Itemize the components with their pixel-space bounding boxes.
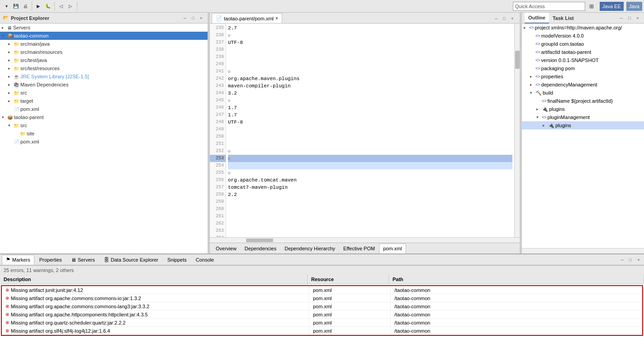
tree-item[interactable]: ▾ 📁 src xyxy=(0,121,208,129)
code-line[interactable]: UTF-8 xyxy=(228,39,512,46)
code-line[interactable] xyxy=(228,133,512,140)
tree-item[interactable]: ▸ 📁 src/test/resources xyxy=(0,64,208,72)
tree-item[interactable]: ▸ 📚 Maven Dependencies xyxy=(0,81,208,89)
code-line[interactable]: 2.2 xyxy=(228,191,512,198)
outline-item[interactable]: <> artifactId taotao-parent xyxy=(522,48,644,56)
bottom-panel-tab-console[interactable]: Console xyxy=(192,255,218,265)
toolbar-btn-run[interactable]: ▶ xyxy=(34,2,43,11)
outline-item[interactable]: <> groupId com.taotao xyxy=(522,40,644,48)
toolbar-btn-nav1[interactable]: ◁ xyxy=(57,2,66,11)
code-line[interactable]: maven-compiler-plugin xyxy=(228,82,512,90)
markers-row[interactable]: ⊗ Missing artifact org.quartz-scheduler:… xyxy=(2,319,642,327)
collapse-btn[interactable]: ⊟ xyxy=(228,70,230,74)
scrollbar-v[interactable] xyxy=(514,24,520,237)
outline-item[interactable]: <> version 0.0.1-SNAPSHOT xyxy=(522,56,644,64)
collapse-btn[interactable]: ⊟ xyxy=(228,33,230,38)
bottom-panel-maximize[interactable]: □ xyxy=(627,256,634,263)
markers-row[interactable]: ⊗ Missing artifact org.apache.commons:co… xyxy=(2,294,642,302)
code-line[interactable] xyxy=(228,46,512,53)
outline-item[interactable]: ▾ <> pluginManagement xyxy=(522,113,644,121)
code-area[interactable]: 2.7⊟ UTF-8 ⊟ org.apache.maven.plugins ma… xyxy=(226,24,514,237)
bottom-panel-tab-properties[interactable]: Properties xyxy=(35,255,66,265)
code-line[interactable] xyxy=(228,53,512,61)
code-line[interactable]: 3.2 xyxy=(228,90,512,97)
code-line[interactable]: ⊟ xyxy=(228,169,512,177)
code-line[interactable] xyxy=(228,220,512,227)
code-line[interactable] xyxy=(228,126,512,133)
outline-item[interactable]: <> modelVersion 4.0.0 xyxy=(522,32,644,40)
toolbar-btn-2[interactable]: 💾 xyxy=(11,2,20,11)
code-line[interactable]: ⊟ xyxy=(228,97,512,104)
code-line[interactable] xyxy=(228,227,512,234)
code-line[interactable]: 1.7 xyxy=(228,104,512,111)
project-explorer-minimize[interactable]: ─ xyxy=(181,14,189,22)
collapse-btn[interactable]: ⊟ xyxy=(228,157,230,161)
code-line[interactable] xyxy=(228,198,512,205)
scrollbar-h-thumb[interactable] xyxy=(246,239,273,242)
tree-item[interactable]: ▸ 📁 src/main/resources xyxy=(0,48,208,56)
code-line[interactable]: org.apache.maven.plugins xyxy=(228,75,512,82)
tree-item[interactable]: ▸ 📁 src/test/java xyxy=(0,56,208,64)
code-line[interactable]: ⊟ xyxy=(228,32,512,39)
perspective-java[interactable]: Java xyxy=(626,2,642,11)
code-line[interactable]: 2.7 xyxy=(228,24,512,32)
editor-close[interactable]: × xyxy=(509,15,516,22)
task-list-tab[interactable]: Task List xyxy=(549,13,578,24)
outline-item[interactable]: ▸ <> properties xyxy=(522,72,644,81)
project-explorer-close[interactable]: × xyxy=(198,14,205,22)
outline-item[interactable]: ▸ 🔌 plugins xyxy=(522,121,644,129)
editor-content[interactable]: 2352362372382392402412422432442452462472… xyxy=(210,24,520,237)
editor-minimize[interactable]: ─ xyxy=(492,15,500,22)
editor-bottom-tab[interactable]: Overview xyxy=(212,244,241,253)
code-line[interactable]: 1.7 xyxy=(228,111,512,119)
outline-close[interactable]: × xyxy=(634,14,641,22)
markers-table[interactable]: Description Resource Path ⊗ Missing arti… xyxy=(0,274,644,344)
editor-maximize[interactable]: □ xyxy=(501,15,508,22)
markers-row[interactable]: ⊗ Missing artifact org.slf4j:slf4j-log4j… xyxy=(2,327,642,335)
outline-maximize[interactable]: □ xyxy=(626,14,633,22)
bottom-panel-tab-markers[interactable]: ⚑Markers xyxy=(2,255,34,265)
editor-bottom-tab[interactable]: Dependencies xyxy=(241,244,280,253)
outline-item[interactable]: <> packaging pom xyxy=(522,64,644,72)
collapse-btn[interactable]: ⊟ xyxy=(228,99,230,103)
bottom-panel-tab-snippets[interactable]: Snippets xyxy=(163,255,191,265)
editor-tab-pom[interactable]: 📄 taotao-parent/pom.xml × xyxy=(212,13,282,23)
code-line[interactable]: org.apache.tomcat.maven xyxy=(228,177,512,184)
outline-item[interactable]: ▸ <> project xmlns=http://maven.apache.o… xyxy=(522,24,644,32)
outline-item[interactable]: ▾ 🔨 build xyxy=(522,89,644,97)
code-line[interactable]: ⊟ xyxy=(228,155,512,162)
bottom-panel-minimize[interactable]: ─ xyxy=(619,256,626,263)
tree-item[interactable]: ▾ 📦 taotao-parent xyxy=(0,113,208,121)
tree-item[interactable]: 📁 site xyxy=(0,129,208,138)
code-line[interactable] xyxy=(228,162,512,169)
tree-item[interactable]: ▾ 📦 taotao-common xyxy=(0,32,208,40)
markers-row[interactable]: ⊗ Missing artifact junit:junit:jar:4.12 … xyxy=(2,286,642,294)
outline-minimize[interactable]: ─ xyxy=(618,14,625,22)
toolbar-btn-1[interactable]: ▾ xyxy=(2,2,11,11)
code-line[interactable]: UTF-8 xyxy=(228,119,512,126)
scrollbar-h[interactable] xyxy=(210,237,520,243)
code-line[interactable]: ⊟ xyxy=(228,148,512,155)
code-line[interactable] xyxy=(228,140,512,148)
tree-item[interactable]: 📄 pom.xml xyxy=(0,138,208,146)
toolbar-btn-3[interactable]: 🖨 xyxy=(21,2,30,11)
code-line[interactable] xyxy=(228,61,512,68)
tree-item[interactable]: ▸ 📁 src/main/java xyxy=(0,40,208,48)
scrollbar-thumb[interactable] xyxy=(515,51,520,69)
outline-item[interactable]: ▸ <> dependencyManagement xyxy=(522,81,644,89)
markers-row[interactable]: ⊗ Missing artifact org.apache.commons:co… xyxy=(2,302,642,311)
editor-bottom-tab[interactable]: pom.xml xyxy=(379,244,406,253)
bottom-panel-close[interactable]: × xyxy=(635,256,642,263)
code-line[interactable]: ⊟ xyxy=(228,68,512,75)
bottom-panel-tab-data-source-explorer[interactable]: 🗄Data Source Explorer xyxy=(100,255,162,265)
tree-item[interactable]: ▸ ☕ JRE System Library [J2SE-1.5] xyxy=(0,72,208,81)
bottom-panel-tab-servers[interactable]: 🖥Servers xyxy=(67,255,99,265)
editor-tab-close[interactable]: × xyxy=(275,16,278,21)
toolbar-btn-debug[interactable]: 🐛 xyxy=(43,2,52,11)
collapse-btn[interactable]: ⊟ xyxy=(228,171,230,176)
outline-item[interactable]: <> finalName ${project.artifactId} xyxy=(522,97,644,105)
perspective-javaee[interactable]: Java EE xyxy=(600,2,624,11)
code-line[interactable]: tomcat7-maven-plugin xyxy=(228,184,512,191)
tree-item[interactable]: 📄 pom.xml xyxy=(0,105,208,113)
tree-item[interactable]: ▸ 📁 src xyxy=(0,89,208,97)
